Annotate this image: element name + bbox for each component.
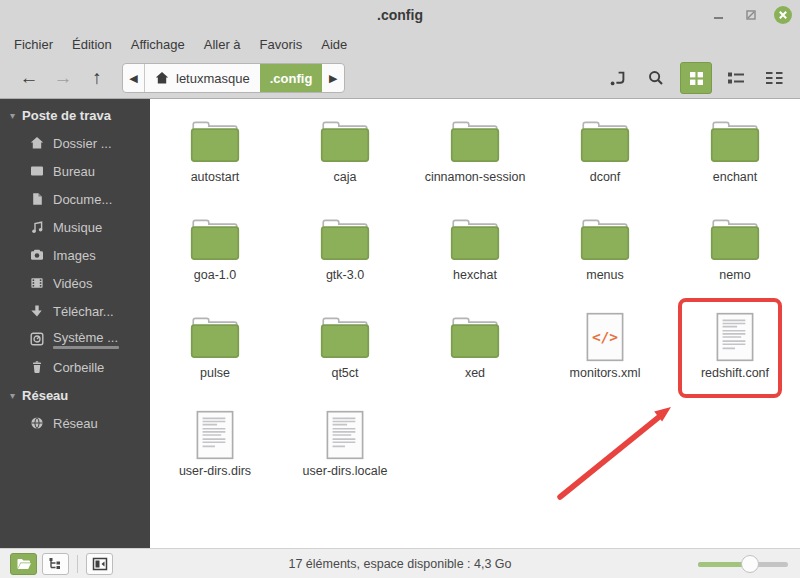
sidebar-section-network[interactable]: ▾ Réseau: [0, 381, 150, 409]
menu-aller-a[interactable]: Aller à: [204, 37, 241, 52]
file-item-hexchat[interactable]: hexchat: [410, 211, 540, 309]
menu-aide[interactable]: Aide: [321, 37, 347, 52]
sidebar-item-systeme[interactable]: Système ...: [0, 325, 150, 353]
folder-icon: [316, 309, 374, 365]
sidebar-section-computer[interactable]: ▾ Poste de trava: [0, 101, 150, 129]
file-item-qt5ct[interactable]: qt5ct: [280, 309, 410, 407]
folder-icon: [706, 113, 764, 169]
sidebar-item-videos[interactable]: Vidéos: [0, 269, 150, 297]
breadcrumb-scroll-left[interactable]: ◀: [123, 64, 145, 92]
statusbar: 17 éléments, espace disponible : 4,3 Go: [0, 548, 800, 578]
icon-view-button[interactable]: [680, 62, 712, 94]
folder-icon: [316, 211, 374, 267]
breadcrumb: ◀ letuxmasque .config ▶: [122, 63, 345, 93]
search-button[interactable]: [642, 64, 670, 92]
file-item-monitors-xml[interactable]: monitors.xml: [540, 309, 670, 407]
edit-location-icon: [608, 68, 628, 88]
file-item-menus[interactable]: menus: [540, 211, 670, 309]
places-folder-icon: [16, 557, 32, 571]
file-label: qt5ct: [331, 366, 358, 380]
breadcrumb-home[interactable]: letuxmasque: [145, 64, 260, 92]
file-item-user-dirs-locale[interactable]: user-dirs.locale: [280, 407, 410, 505]
list-view-icon: [727, 70, 746, 86]
file-label: hexchat: [453, 268, 497, 282]
home-icon: [30, 136, 44, 150]
file-item-caja[interactable]: caja: [280, 113, 410, 211]
folder-icon: [446, 309, 504, 365]
menu-affichage[interactable]: Affichage: [131, 37, 185, 52]
file-label: enchant: [713, 170, 757, 184]
menu-fichier[interactable]: Fichier: [14, 37, 53, 52]
file-item-cinnamon-session[interactable]: cinnamon-session: [410, 113, 540, 211]
sidebar-item-label: Vidéos: [53, 276, 93, 291]
hide-sidebar-icon: [92, 557, 108, 571]
sidebar-item-reseau[interactable]: Réseau: [0, 409, 150, 437]
file-grid-area[interactable]: autostart caja cinnamon-session dconf en…: [150, 99, 800, 548]
slider-handle[interactable]: [741, 555, 759, 573]
sidebar-item-corbeille[interactable]: Corbeille: [0, 353, 150, 381]
edit-location-button[interactable]: [604, 64, 632, 92]
file-item-autostart[interactable]: autostart: [150, 113, 280, 211]
text-file-icon: [316, 407, 374, 463]
grid-view-icon: [688, 70, 705, 87]
file-label: xed: [465, 366, 485, 380]
file-label: pulse: [200, 366, 230, 380]
sidebar: ▾ Poste de trava Dossier ... Bureau Docu…: [0, 99, 150, 548]
file-item-gtk-3-0[interactable]: gtk-3.0: [280, 211, 410, 309]
compact-view-button[interactable]: [760, 64, 788, 92]
minimize-button[interactable]: [710, 6, 728, 24]
sidebar-item-label: Téléchar...: [53, 304, 114, 319]
menu-edition[interactable]: Édition: [72, 37, 112, 52]
breadcrumb-home-label: letuxmasque: [176, 71, 250, 86]
up-button[interactable]: ↑: [80, 67, 114, 89]
collapse-triangle-icon: ▾: [10, 110, 15, 121]
breadcrumb-current[interactable]: .config: [260, 64, 323, 92]
file-item-goa-1-0[interactable]: goa-1.0: [150, 211, 280, 309]
sidebar-item-telechargements[interactable]: Téléchar...: [0, 297, 150, 325]
close-button[interactable]: [774, 6, 792, 24]
sidebar-item-bureau[interactable]: Bureau: [0, 157, 150, 185]
folder-icon: [576, 113, 634, 169]
file-label: dconf: [590, 170, 621, 184]
sidebar-section-label: Réseau: [22, 388, 68, 403]
file-label: menus: [586, 268, 624, 282]
file-label: goa-1.0: [194, 268, 236, 282]
home-icon: [155, 71, 169, 85]
minimize-icon: [713, 9, 725, 21]
forward-button[interactable]: →: [46, 67, 80, 89]
treeview-sidebar-button[interactable]: [42, 553, 69, 575]
sidebar-item-documents[interactable]: Docume...: [0, 185, 150, 213]
list-view-button[interactable]: [722, 64, 750, 92]
file-item-pulse[interactable]: pulse: [150, 309, 280, 407]
file-label: autostart: [191, 170, 240, 184]
back-button[interactable]: ←: [12, 67, 46, 89]
zoom-slider[interactable]: [698, 555, 788, 573]
sidebar-item-musique[interactable]: Musique: [0, 213, 150, 241]
sidebar-item-images[interactable]: Images: [0, 241, 150, 269]
file-item-enchant[interactable]: enchant: [670, 113, 800, 211]
folder-icon: [446, 113, 504, 169]
titlebar[interactable]: .config: [0, 0, 800, 30]
collapse-triangle-icon: ▾: [10, 390, 15, 401]
toolbar: ← → ↑ ◀ letuxmasque .config ▶: [0, 58, 800, 99]
file-item-user-dirs-dirs[interactable]: user-dirs.dirs: [150, 407, 280, 505]
file-label: gtk-3.0: [326, 268, 364, 282]
menu-favoris[interactable]: Favoris: [260, 37, 303, 52]
highlight-box: [678, 298, 782, 398]
search-icon: [646, 68, 666, 88]
sidebar-item-label-wrap: Système ...: [53, 330, 119, 349]
file-label: caja: [334, 170, 357, 184]
maximize-button[interactable]: [742, 6, 760, 24]
disk-icon: [30, 332, 44, 346]
camera-icon: [30, 248, 44, 262]
sidebar-item-label: Images: [53, 248, 96, 263]
file-item-dconf[interactable]: dconf: [540, 113, 670, 211]
sidebar-item-home[interactable]: Dossier ...: [0, 129, 150, 157]
file-item-xed[interactable]: xed: [410, 309, 540, 407]
breadcrumb-scroll-right[interactable]: ▶: [322, 64, 344, 92]
folder-icon: [186, 113, 244, 169]
menubar: Fichier Édition Affichage Aller à Favori…: [0, 30, 800, 58]
file-item-nemo[interactable]: nemo: [670, 211, 800, 309]
places-sidebar-button[interactable]: [10, 553, 37, 575]
hide-sidebar-button[interactable]: [86, 553, 113, 575]
